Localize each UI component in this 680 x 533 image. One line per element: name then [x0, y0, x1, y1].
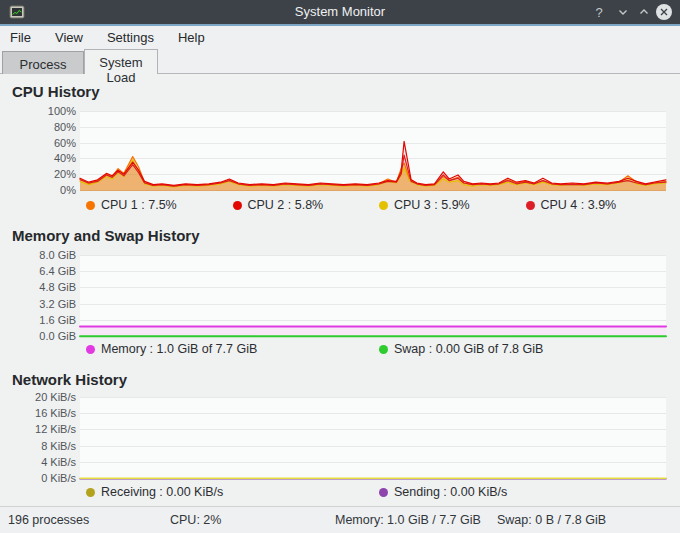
legend-dot-icon [86, 201, 95, 210]
y-axis-tick-label: 80% [54, 121, 76, 134]
legend-dot-icon [379, 345, 388, 354]
close-button[interactable] [653, 0, 675, 24]
status-process-count: 196 processes [8, 513, 89, 527]
legend-item-cpu-1: CPU 1 : 7.5% [80, 198, 227, 212]
memory-swap-legend: Memory : 1.0 GiB of 7.7 GiBSwap : 0.00 G… [80, 342, 666, 356]
menu-view[interactable]: View [55, 30, 83, 45]
window-title: System Monitor [0, 0, 680, 24]
network-legend: Receiving : 0.00 KiB/sSending : 0.00 KiB… [80, 485, 666, 499]
memory-swap-history-svg [80, 255, 666, 337]
y-axis-tick-label: 0% [60, 184, 76, 197]
network-history-svg [80, 397, 666, 479]
legend-item-cpu-4: CPU 4 : 3.9% [520, 198, 667, 212]
legend-label: Receiving : 0.00 KiB/s [101, 485, 223, 499]
network-history-chart [80, 397, 666, 479]
close-icon [656, 4, 672, 20]
y-axis-tick-label: 0.0 GiB [39, 330, 76, 343]
legend-dot-icon [233, 201, 242, 210]
legend-label: Swap : 0.00 GiB of 7.8 GiB [394, 342, 543, 356]
cpu-history-legend: CPU 1 : 7.5%CPU 2 : 5.8%CPU 3 : 5.9%CPU … [80, 198, 666, 212]
y-axis-tick-label: 60% [54, 137, 76, 150]
y-axis-tick-label: 8.0 GiB [39, 249, 76, 262]
y-axis-tick-label: 3.2 GiB [39, 298, 76, 311]
system-load-panel: CPU History 100%80%60%40%20%0% CPU 1 : 7… [0, 74, 680, 507]
legend-dot-icon [86, 345, 95, 354]
cpu-history-title: CPU History [12, 83, 100, 100]
menu-file[interactable]: File [10, 30, 31, 45]
legend-item-receiving: Receiving : 0.00 KiB/s [80, 485, 373, 499]
y-axis-tick-label: 4.8 GiB [39, 281, 76, 294]
minimize-button[interactable] [614, 0, 632, 24]
menu-settings[interactable]: Settings [107, 30, 154, 45]
y-axis-tick-label: 6.4 GiB [39, 265, 76, 278]
tab-system-load[interactable]: System Load [84, 49, 158, 74]
legend-label: CPU 2 : 5.8% [248, 198, 324, 212]
y-axis-tick-label: 20 KiB/s [35, 391, 76, 404]
legend-item-cpu-2: CPU 2 : 5.8% [227, 198, 374, 212]
tabbar: Process Table System Load [0, 48, 680, 74]
y-axis-tick-label: 16 KiB/s [35, 407, 76, 420]
legend-dot-icon [379, 488, 388, 497]
menubar: File View Settings Help [0, 26, 680, 48]
tab-process-table[interactable]: Process Table [2, 51, 84, 74]
legend-label: CPU 1 : 7.5% [101, 198, 177, 212]
legend-label: Sending : 0.00 KiB/s [394, 485, 507, 499]
y-axis-tick-label: 40% [54, 152, 76, 165]
chevron-down-icon [618, 7, 628, 17]
cpu-history-y-axis: 100%80%60%40%20%0% [0, 111, 76, 191]
legend-item-sending: Sending : 0.00 KiB/s [373, 485, 666, 499]
legend-item-swap: Swap : 0.00 GiB of 7.8 GiB [373, 342, 666, 356]
legend-label: Memory : 1.0 GiB of 7.7 GiB [101, 342, 257, 356]
titlebar[interactable]: System Monitor ? [0, 0, 680, 24]
network-y-axis: 20 KiB/s16 KiB/s12 KiB/s8 KiB/s4 KiB/s0 … [0, 397, 76, 479]
network-history-title: Network History [12, 371, 127, 388]
y-axis-tick-label: 1.6 GiB [39, 314, 76, 327]
y-axis-tick-label: 8 KiB/s [41, 440, 76, 453]
legend-dot-icon [379, 201, 388, 210]
status-cpu: CPU: 2% [170, 513, 221, 527]
y-axis-tick-label: 100% [48, 105, 76, 118]
menu-help[interactable]: Help [178, 30, 205, 45]
status-swap: Swap: 0 B / 7.8 GiB [497, 513, 606, 527]
memory-swap-history-chart [80, 255, 666, 337]
y-axis-tick-label: 12 KiB/s [35, 423, 76, 436]
legend-dot-icon [526, 201, 535, 210]
memory-swap-history-title: Memory and Swap History [12, 227, 200, 244]
statusbar: 196 processes CPU: 2% Memory: 1.0 GiB / … [0, 506, 680, 533]
cpu-history-chart [80, 111, 666, 191]
y-axis-tick-label: 20% [54, 168, 76, 181]
legend-label: CPU 4 : 3.9% [541, 198, 617, 212]
legend-label: CPU 3 : 5.9% [394, 198, 470, 212]
y-axis-tick-label: 0 KiB/s [41, 472, 76, 485]
memory-swap-y-axis: 8.0 GiB6.4 GiB4.8 GiB3.2 GiB1.6 GiB0.0 G… [0, 255, 76, 337]
chevron-up-icon [639, 7, 649, 17]
status-memory: Memory: 1.0 GiB / 7.7 GiB [335, 513, 481, 527]
system-monitor-window: System Monitor ? File View Settings Help [0, 0, 680, 533]
legend-item-cpu-3: CPU 3 : 5.9% [373, 198, 520, 212]
legend-item-memory: Memory : 1.0 GiB of 7.7 GiB [80, 342, 373, 356]
y-axis-tick-label: 4 KiB/s [41, 456, 76, 469]
cpu-history-svg [80, 111, 666, 191]
legend-dot-icon [86, 488, 95, 497]
help-button[interactable]: ? [590, 0, 608, 24]
maximize-button[interactable] [635, 0, 653, 24]
